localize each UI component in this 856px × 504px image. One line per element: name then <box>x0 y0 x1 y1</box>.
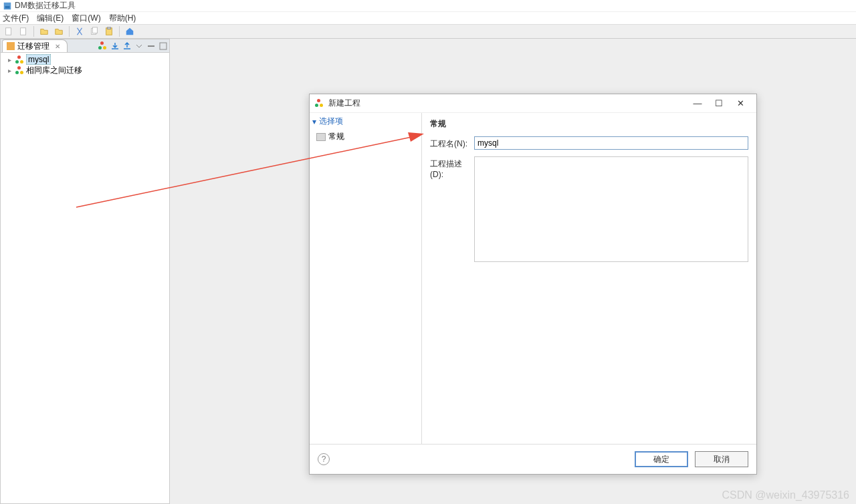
panel-tab-label: 迁移管理 <box>17 41 49 52</box>
toolbar <box>0 24 856 39</box>
svg-rect-1 <box>5 6 10 9</box>
app-title: DM数据迁移工具 <box>15 0 76 11</box>
menu-edit[interactable]: 编辑(E) <box>37 13 64 24</box>
name-label: 工程名(N): <box>430 136 474 150</box>
svg-rect-5 <box>92 27 97 33</box>
expand-arrow-icon[interactable]: ▸ <box>6 56 13 64</box>
minimize-panel-icon[interactable] <box>146 41 156 51</box>
home-icon[interactable] <box>124 25 136 37</box>
import-icon[interactable] <box>110 41 120 51</box>
form-title: 常规 <box>430 118 748 130</box>
tree-item-label: mysql <box>26 54 51 65</box>
dialog-body: ▾ 选择项 常规 常规 工程名(N): 工程描述(D): <box>310 113 756 445</box>
help-icon[interactable]: ? <box>318 453 330 465</box>
maximize-panel-icon[interactable] <box>158 41 168 51</box>
panel-toolbar <box>98 41 168 51</box>
menu-bar: 文件(F) 编辑(E) 窗口(W) 帮助(H) <box>0 12 856 24</box>
dialog-nav: ▾ 选择项 常规 <box>310 113 422 444</box>
tree-item-label: 相同库之间迁移 <box>26 65 82 76</box>
project-name-input[interactable] <box>474 136 748 150</box>
expand-arrow-icon[interactable]: ▸ <box>6 67 13 74</box>
dialog-icon <box>315 99 324 108</box>
menu-help[interactable]: 帮助(H) <box>109 13 136 24</box>
form-row-desc: 工程描述(D): <box>430 156 748 262</box>
new-doc-icon[interactable] <box>3 25 15 37</box>
title-bar: DM数据迁移工具 <box>0 0 856 12</box>
project-icon <box>15 66 23 74</box>
panel-tab-migrate[interactable]: 迁移管理 ✕ <box>2 39 68 52</box>
dialog-title: 新建工程 <box>328 98 360 109</box>
svg-rect-10 <box>160 43 167 49</box>
desc-label: 工程描述(D): <box>430 156 474 179</box>
cut-icon[interactable] <box>74 25 86 37</box>
dialog-buttons: 确定 取消 <box>635 451 748 467</box>
export-icon[interactable] <box>122 41 132 51</box>
new-doc2-icon[interactable] <box>17 25 29 37</box>
project-desc-textarea[interactable] <box>474 156 748 262</box>
tab-close-icon[interactable]: ✕ <box>55 43 60 50</box>
collapse-triangle-icon: ▾ <box>312 117 316 126</box>
dialog-window-controls: — ☐ ✕ <box>687 96 751 111</box>
menu-file[interactable]: 文件(F) <box>3 13 29 24</box>
dialog-nav-general[interactable]: 常规 <box>312 130 419 144</box>
paste-icon[interactable] <box>103 25 115 37</box>
left-panel: 迁移管理 ✕ ▸ mysql ▸ 相同库之间迁移 <box>0 39 170 504</box>
svg-rect-3 <box>21 28 26 35</box>
form-row-name: 工程名(N): <box>430 136 748 150</box>
project-icon <box>15 55 23 64</box>
ok-button[interactable]: 确定 <box>635 451 688 467</box>
svg-rect-8 <box>7 42 15 50</box>
tree-view: ▸ mysql ▸ 相同库之间迁移 <box>1 53 169 77</box>
svg-rect-7 <box>107 27 110 29</box>
folder2-icon[interactable] <box>53 25 65 37</box>
cancel-button[interactable]: 取消 <box>695 451 748 467</box>
panel-tab-row: 迁移管理 ✕ <box>1 39 169 53</box>
maximize-icon[interactable]: ☐ <box>708 96 730 111</box>
copy-icon[interactable] <box>88 25 100 37</box>
toolbar-separator <box>69 26 70 37</box>
folder-icon[interactable] <box>38 25 50 37</box>
watermark: CSDN @weixin_43975316 <box>722 489 849 501</box>
svg-rect-2 <box>6 28 11 35</box>
tree-item-same-db[interactable]: ▸ 相同库之间迁移 <box>3 65 167 76</box>
form-icon <box>316 133 326 141</box>
close-icon[interactable]: ✕ <box>730 96 751 111</box>
dialog-nav-group[interactable]: ▾ 选择项 <box>312 116 419 127</box>
cluster-icon[interactable] <box>98 41 108 51</box>
toolbar-separator <box>33 26 34 37</box>
minimize-icon[interactable]: — <box>687 96 708 111</box>
dialog-titlebar[interactable]: 新建工程 — ☐ ✕ <box>310 94 756 113</box>
dialog-form: 常规 工程名(N): 工程描述(D): <box>422 113 756 444</box>
dropdown-icon[interactable] <box>134 41 144 51</box>
new-project-dialog: 新建工程 — ☐ ✕ ▾ 选择项 常规 常规 工程名(N): 工程描述(D) <box>309 94 757 475</box>
app-icon <box>3 1 12 11</box>
tree-item-mysql[interactable]: ▸ mysql <box>3 54 167 65</box>
migrate-tab-icon <box>7 42 15 50</box>
dialog-footer: ? 确定 取消 <box>310 445 756 474</box>
toolbar-separator <box>119 26 120 37</box>
svg-rect-9 <box>148 45 154 47</box>
menu-window[interactable]: 窗口(W) <box>72 13 100 24</box>
